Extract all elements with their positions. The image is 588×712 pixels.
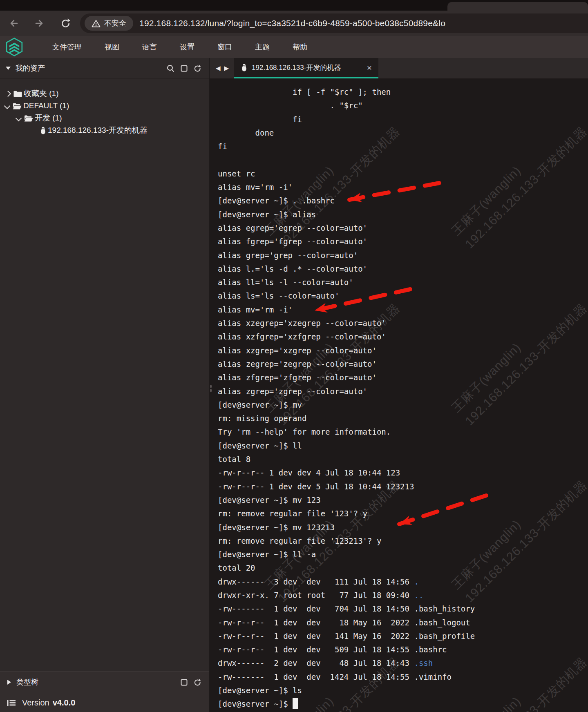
refresh-icon[interactable] bbox=[194, 679, 201, 686]
menu-item-window[interactable]: 窗口 bbox=[217, 42, 232, 52]
linux-penguin-icon bbox=[241, 64, 247, 71]
folder-closed-icon bbox=[13, 90, 22, 97]
terminal-line: done bbox=[218, 126, 588, 140]
version-value: v4.0.0 bbox=[53, 698, 76, 708]
terminal-line: [dev@server ~]$ alias bbox=[218, 208, 588, 221]
terminal-line: alias egrep='egrep --color=auto' bbox=[218, 221, 588, 235]
menu-item-settings[interactable]: 设置 bbox=[180, 42, 195, 52]
terminal-line: alias l.='ls -d .* --color=auto' bbox=[218, 262, 588, 276]
menu-item-help[interactable]: 帮助 bbox=[293, 42, 307, 52]
menu-item-theme[interactable]: 主题 bbox=[255, 42, 270, 52]
tab-scroll-right-icon[interactable]: ▶ bbox=[224, 65, 229, 72]
tree-node-label: 收藏夹 (1) bbox=[24, 88, 59, 99]
tree-node-dev-group[interactable]: 开发 (1) bbox=[0, 112, 209, 124]
menu-item-view[interactable]: 视图 bbox=[105, 42, 119, 52]
session-tab[interactable]: 192.168.126.133-开发的机器 × bbox=[234, 58, 378, 78]
browser-tab-strip bbox=[0, 0, 588, 11]
terminal-line: alias zegrep='zegrep --color=auto' bbox=[218, 357, 588, 371]
menu-item-language[interactable]: 语言 bbox=[142, 42, 157, 52]
assets-panel-header[interactable]: 我的资产 bbox=[0, 58, 209, 79]
terminal-line: -rw-r--r-- 1 dev dev 18 May 16 2022 .bas… bbox=[218, 616, 588, 629]
terminal-line: [dev@server ~]$ mv bbox=[218, 398, 588, 412]
tree-node-favorites[interactable]: 收藏夹 (1) bbox=[0, 87, 209, 100]
assets-panel-tools bbox=[167, 65, 201, 72]
terminal-line: alias xzfgrep='xzfgrep --color=auto' bbox=[218, 330, 588, 344]
terminal-line: [dev@server ~]$ bbox=[218, 697, 588, 711]
type-tree-tools bbox=[181, 679, 201, 686]
version-bar: Version v4.0.0 bbox=[0, 693, 209, 712]
tree-node-label: 开发 (1) bbox=[35, 113, 62, 123]
terminal-line: alias ll='ls -l --color=auto' bbox=[218, 276, 588, 289]
folder-open-icon bbox=[13, 103, 22, 109]
browser-tab[interactable] bbox=[447, 2, 588, 11]
app-menubar: 文件管理 视图 语言 设置 窗口 主题 帮助 bbox=[0, 36, 588, 58]
expand-triangle-icon[interactable] bbox=[7, 680, 11, 685]
tree-node-label: 192.168.126.133-开发的机器 bbox=[48, 125, 148, 136]
url-text: 192.168.126.132/luna/?login_to=c3a3521d-… bbox=[139, 18, 445, 28]
back-arrow-icon bbox=[8, 18, 20, 29]
splitter-handle[interactable] bbox=[210, 382, 212, 395]
terminal-line: [dev@server ~]$ mv 123 bbox=[218, 493, 588, 507]
session-tab-bar: ◀ ▶ 192.168.126.133-开发的机器 × bbox=[210, 58, 588, 78]
warning-icon bbox=[92, 19, 101, 28]
layout-box-icon[interactable] bbox=[181, 65, 188, 72]
terminal-line: -rw-r--r-- 1 dev dev 141 May 16 2022 .ba… bbox=[218, 629, 588, 643]
terminal-line: -rw------- 1 dev dev 1424 Jul 18 14:55 .… bbox=[218, 670, 588, 684]
layout-box-icon[interactable] bbox=[181, 679, 188, 686]
tree-node-default[interactable]: DEFAULT (1) bbox=[0, 100, 209, 112]
terminal-line: rm: remove regular file '123213'? y bbox=[218, 534, 588, 548]
list-tree-icon bbox=[7, 699, 16, 707]
collapse-triangle-icon[interactable] bbox=[6, 67, 11, 70]
reload-icon bbox=[60, 18, 71, 29]
security-chip[interactable]: 不安全 bbox=[85, 16, 133, 31]
terminal-line: if [ -f "$rc" ]; then bbox=[218, 85, 588, 99]
terminal-line: alias zgrep='zgrep --color=auto' bbox=[218, 385, 588, 398]
terminal-line: alias ls='ls --color=auto' bbox=[218, 289, 588, 303]
content: 我的资产 bbox=[0, 58, 588, 712]
terminal-line: -rw------- 1 dev dev 704 Jul 18 14:50 .b… bbox=[218, 602, 588, 616]
terminal-cursor bbox=[293, 698, 298, 709]
forward-button[interactable] bbox=[31, 15, 47, 31]
chevron-down-icon[interactable] bbox=[16, 115, 22, 121]
terminal-lines: if [ -f "$rc" ]; then . "$rc" fi donefiu… bbox=[210, 78, 588, 711]
refresh-icon[interactable] bbox=[194, 65, 201, 72]
close-icon[interactable]: × bbox=[366, 63, 373, 72]
terminal-line: alias fgrep='fgrep --color=auto' bbox=[218, 235, 588, 248]
sidebar: 我的资产 bbox=[0, 58, 210, 712]
terminal-line: total 8 bbox=[218, 453, 588, 466]
search-icon[interactable] bbox=[167, 65, 174, 72]
tab-scroll-left-icon[interactable]: ◀ bbox=[216, 65, 221, 72]
terminal-line: -rw-r--r-- 1 dev dev 5 Jul 18 10:44 1232… bbox=[218, 480, 588, 493]
back-button[interactable] bbox=[6, 15, 22, 31]
session-tab-label: 192.168.126.133-开发的机器 bbox=[252, 63, 362, 72]
terminal[interactable]: 王麻子(wanglin)192.168.126.133-开发的机器王麻子(wan… bbox=[210, 78, 588, 712]
terminal-line: fi bbox=[218, 140, 588, 153]
terminal-line: drwx------ 3 dev dev 111 Jul 18 14:56 . bbox=[218, 575, 588, 589]
chevron-down-icon[interactable] bbox=[4, 103, 11, 109]
url-bar[interactable]: 不安全 192.168.126.132/luna/?login_to=c3a35… bbox=[80, 13, 588, 33]
tree-node-asset-host[interactable]: 192.168.126.133-开发的机器 bbox=[0, 124, 209, 136]
terminal-line: unset rc bbox=[218, 167, 588, 181]
terminal-line: alias mv='rm -i' bbox=[218, 303, 588, 317]
terminal-line: [dev@server ~]$ ll bbox=[218, 439, 588, 453]
menu-item-file[interactable]: 文件管理 bbox=[52, 42, 82, 52]
type-tree-header[interactable]: 类型树 bbox=[0, 671, 209, 693]
terminal-line: total 20 bbox=[218, 561, 588, 575]
folder-open-icon bbox=[24, 115, 33, 122]
version-label: Version bbox=[22, 698, 49, 708]
terminal-line: [dev@server ~]$ ls bbox=[218, 684, 588, 697]
reload-button[interactable] bbox=[57, 15, 74, 31]
menu-items: 文件管理 视图 语言 设置 窗口 主题 帮助 bbox=[52, 42, 307, 52]
asset-tree: 收藏夹 (1) DEFAULT (1) bbox=[0, 79, 209, 671]
terminal-line: alias xzgrep='xzgrep --color=auto' bbox=[218, 344, 588, 357]
terminal-line bbox=[218, 153, 588, 167]
terminal-line: drwxr-xr-x. 7 root root 77 Jul 18 09:40 … bbox=[218, 589, 588, 602]
terminal-line: . "$rc" bbox=[218, 99, 588, 112]
terminal-line: -rw-r--r-- 1 dev dev 509 Jul 18 14:55 .b… bbox=[218, 643, 588, 656]
terminal-line: alias zfgrep='zfgrep --color=auto' bbox=[218, 371, 588, 384]
terminal-line: alias xzegrep='xzegrep --color=auto' bbox=[218, 317, 588, 330]
chevron-right-icon[interactable] bbox=[5, 90, 11, 97]
terminal-line: fi bbox=[218, 113, 588, 126]
forward-arrow-icon bbox=[34, 18, 45, 29]
tree-node-label: DEFAULT (1) bbox=[23, 101, 69, 110]
